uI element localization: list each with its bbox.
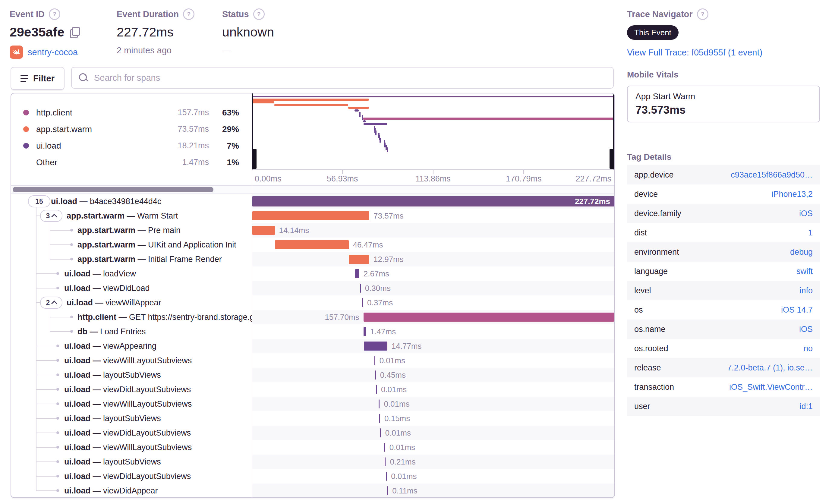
- span-row[interactable]: ui.load — viewWillLayoutSubviews 0.01ms: [11, 440, 614, 455]
- span-row[interactable]: ui.load — viewAppearing 14.77ms: [11, 339, 614, 353]
- span-row[interactable]: ui.load — viewDidAppear 0.11ms: [11, 483, 614, 498]
- span-bar[interactable]: [376, 385, 377, 394]
- help-icon[interactable]: [49, 8, 60, 20]
- tree-waterfall-divider[interactable]: [252, 94, 252, 497]
- tag-value-link[interactable]: iOS_Swift.ViewContr…: [729, 382, 813, 392]
- span-bar[interactable]: [379, 414, 380, 423]
- span-row[interactable]: ui.load — layoutSubViews 0.45ms: [11, 368, 614, 382]
- span-bar[interactable]: 227.72ms: [252, 196, 614, 207]
- legend-op-name: ui.load: [36, 141, 61, 151]
- span-row[interactable]: ui.load — layoutSubViews 0.15ms: [11, 411, 614, 426]
- span-bar[interactable]: [275, 240, 349, 249]
- tree-node-dot: [56, 489, 59, 492]
- span-bar[interactable]: [252, 226, 275, 235]
- tree-connector-line: [36, 490, 58, 491]
- span-children-toggle[interactable]: 15: [28, 195, 50, 207]
- span-description: viewWillLayoutSubviews: [103, 356, 192, 365]
- filter-button[interactable]: Filter: [10, 67, 64, 90]
- tree-node-dot: [70, 229, 73, 232]
- span-duration-label: 14.77ms: [392, 339, 422, 353]
- span-row[interactable]: 2ui.load — viewWillAppear 0.37ms: [11, 295, 614, 310]
- span-bar[interactable]: [349, 255, 369, 264]
- span-bar[interactable]: [387, 486, 388, 495]
- span-row[interactable]: ui.load — viewDidLoad 0.30ms: [11, 281, 614, 295]
- tag-key: device.family: [634, 209, 681, 218]
- help-icon[interactable]: [253, 8, 265, 20]
- tag-value-link[interactable]: id:1: [800, 402, 813, 411]
- tree-connector-line: [36, 346, 58, 346]
- span-row[interactable]: ui.load — loadView 2.67ms: [11, 266, 614, 281]
- help-icon[interactable]: [697, 8, 708, 20]
- span-row[interactable]: app.start.warm — Pre main 14.14ms: [11, 223, 614, 238]
- span-op: ui.load —: [64, 472, 103, 481]
- tag-value-link[interactable]: swift: [797, 267, 813, 276]
- minimap-drag-grip[interactable]: [609, 149, 614, 169]
- span-row[interactable]: db — Load Entries 1.47ms: [11, 324, 614, 339]
- span-row[interactable]: app.start.warm — Initial Frame Render 12…: [11, 252, 614, 266]
- tag-value-link[interactable]: 7.2.0-beta.7 (1), io.se…: [727, 363, 813, 373]
- span-bar[interactable]: [380, 428, 381, 437]
- tree-connector-line: [36, 476, 58, 477]
- tree-connector-line: [50, 331, 72, 332]
- this-event-badge[interactable]: This Event: [627, 25, 679, 40]
- minimap-chart[interactable]: [252, 94, 614, 169]
- span-children-toggle[interactable]: 2: [40, 297, 62, 309]
- span-bar[interactable]: [384, 443, 385, 452]
- span-bar[interactable]: [364, 342, 387, 350]
- span-duration-label: 0.01ms: [381, 382, 407, 397]
- span-bar[interactable]: [364, 327, 366, 336]
- tag-key: level: [634, 286, 651, 295]
- tag-value-link[interactable]: iOS 14.7: [781, 306, 813, 315]
- span-bar[interactable]: [252, 211, 369, 220]
- span-bar[interactable]: [379, 399, 380, 408]
- span-op: ui.load —: [67, 298, 105, 307]
- scrollbar-thumb[interactable]: [12, 187, 213, 192]
- span-row[interactable]: ui.load — viewDidLayoutSubviews 0.01ms: [11, 469, 614, 483]
- search-input[interactable]: [94, 73, 606, 83]
- span-row[interactable]: ui.load — layoutSubViews 0.21ms: [11, 455, 614, 469]
- span-bar[interactable]: [360, 284, 361, 293]
- span-waterfall-cell: 0.21ms: [252, 455, 614, 469]
- mobile-vitals-card[interactable]: App Start Warm 73.573ms: [627, 86, 820, 123]
- span-bar[interactable]: [362, 298, 363, 307]
- tag-value-link[interactable]: no: [804, 344, 813, 353]
- project-link[interactable]: sentry-cocoa: [28, 47, 78, 57]
- view-full-trace-link[interactable]: View Full Trace: f05d955f (1 event): [627, 48, 762, 57]
- copy-icon[interactable]: [70, 27, 79, 38]
- span-row[interactable]: ui.load — viewDidLayoutSubviews 0.01ms: [11, 426, 614, 440]
- minimap: 0.00ms56.93ms113.86ms170.79ms227.72ms: [252, 94, 614, 185]
- status-value: unknown: [222, 25, 274, 39]
- tag-value-link[interactable]: iPhone13,2: [772, 190, 813, 199]
- span-row[interactable]: ui.load — viewWillLayoutSubviews 0.01ms: [11, 353, 614, 368]
- span-description: viewWillLayoutSubviews: [103, 443, 192, 452]
- tag-value-link[interactable]: info: [800, 286, 813, 295]
- tag-value-link[interactable]: 1: [808, 228, 813, 238]
- span-children-toggle[interactable]: 3: [40, 210, 62, 222]
- span-row[interactable]: ui.load — viewDidLayoutSubviews 0.01ms: [11, 382, 614, 397]
- tag-value-link[interactable]: c93ace15f866a9d50…: [731, 170, 813, 180]
- tag-value-link[interactable]: iOS: [799, 325, 813, 334]
- legend-color-dot: [23, 110, 29, 115]
- span-bar[interactable]: [355, 269, 359, 278]
- tag-row: user id:1: [627, 397, 820, 416]
- span-row[interactable]: 15ui.load — b4ace34981e44d4c 227.72ms: [11, 194, 614, 209]
- span-bar[interactable]: [385, 457, 386, 466]
- minimap-span-bar: [364, 123, 387, 125]
- span-row[interactable]: http.client — GET https://sentry-brand.s…: [11, 310, 614, 324]
- tag-key: os.name: [634, 325, 666, 334]
- minimap-drag-grip[interactable]: [252, 149, 257, 169]
- tag-value-link[interactable]: debug: [790, 247, 813, 257]
- tag-value-link[interactable]: iOS: [799, 209, 813, 218]
- span-bar[interactable]: [386, 472, 387, 481]
- span-row[interactable]: ui.load — viewWillLayoutSubviews 0.01ms: [11, 397, 614, 411]
- span-row[interactable]: app.start.warm — UIKit and Application I…: [11, 238, 614, 252]
- span-op: app.start.warm —: [77, 255, 148, 264]
- span-bar[interactable]: [375, 370, 376, 379]
- span-op: ui.load —: [64, 457, 103, 466]
- span-bar[interactable]: [374, 356, 375, 365]
- tag-key: device: [634, 190, 658, 199]
- span-row[interactable]: 3app.start.warm — Warm Start 73.57ms: [11, 209, 614, 223]
- help-icon[interactable]: [183, 8, 194, 20]
- span-bar[interactable]: [364, 313, 614, 322]
- span-duration-label: 0.01ms: [385, 426, 411, 440]
